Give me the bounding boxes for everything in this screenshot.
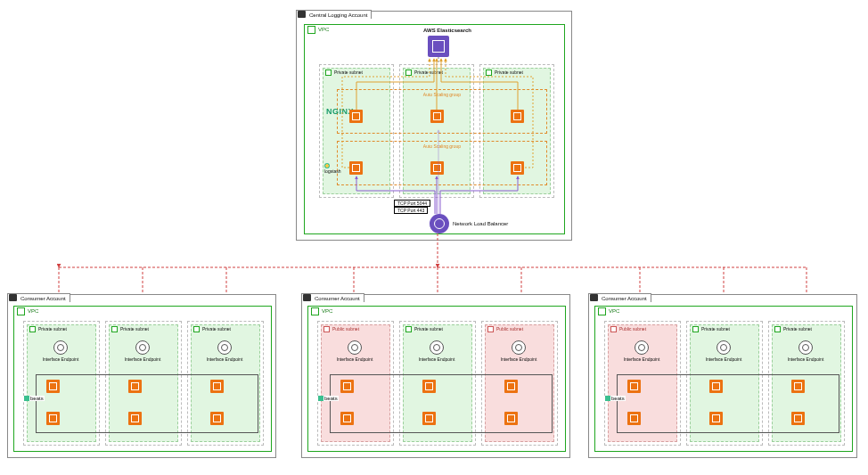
central-account: Central Logging Account VPC AWS Elastics… <box>296 11 572 241</box>
beats-label: beats <box>604 396 626 401</box>
vpc-label: VPC <box>609 308 619 314</box>
vpc-icon <box>17 307 25 315</box>
subnet-icon <box>323 326 330 332</box>
ec2-icon <box>349 161 363 175</box>
ec2-icon <box>791 412 805 425</box>
ec2-icon <box>46 412 60 425</box>
consumer-account-label: Consumer Account <box>20 296 66 301</box>
ec2-icon <box>422 380 436 393</box>
interface-endpoint-icon <box>53 340 68 355</box>
interface-endpoint-icon <box>512 340 526 355</box>
central-vpc-label: VPC <box>318 27 329 32</box>
interface-endpoint-icon <box>635 340 649 355</box>
subnet-icon <box>610 326 617 332</box>
endpoint-label: Interface Endpoint <box>337 356 373 362</box>
interface-endpoint-icon <box>798 340 813 355</box>
interface-endpoint-icon <box>717 340 731 355</box>
elasticsearch-icon <box>428 36 449 57</box>
subnet-label: Private subnet <box>783 326 812 332</box>
logstash-label: logstash <box>324 162 341 174</box>
subnet-icon <box>486 70 492 76</box>
subnet-label: Private subnet <box>701 326 730 332</box>
endpoint-label: Interface Endpoint <box>419 356 455 362</box>
consumer-account-tab: Consumer Account <box>7 293 70 302</box>
endpoint-label: Interface Endpoint <box>43 356 79 362</box>
consumer-account-label: Consumer Account <box>602 296 647 301</box>
subnet-label: Public subnet <box>619 326 646 332</box>
endpoint-label: Interface Endpoint <box>624 356 660 362</box>
account-icon <box>590 294 598 301</box>
interface-endpoint-icon <box>135 340 150 355</box>
endpoint-label: Interface Endpoint <box>207 356 243 362</box>
ec2-icon <box>709 380 723 393</box>
vpc-icon <box>307 26 315 34</box>
subnet-label: Private subnet <box>120 326 149 332</box>
consumer-account-3: Consumer Account VPC Public subnet Priva… <box>588 294 857 458</box>
subnet-icon <box>405 70 412 76</box>
central-account-tab: Central Logging Account <box>296 10 372 19</box>
consumer-account-2: Consumer Account VPC Public subnet Priva… <box>301 294 570 458</box>
ec2-icon <box>430 110 444 123</box>
ec2-icon <box>430 161 444 175</box>
beats-label: beats <box>23 396 45 401</box>
vpc-icon <box>598 307 606 315</box>
central-vpc-tab: VPC <box>307 27 329 32</box>
endpoint-label: Interface Endpoint <box>706 356 742 362</box>
consumer-3-vpc: VPC Public subnet Private subnet Private… <box>594 306 853 452</box>
beats-icon <box>24 396 29 401</box>
ec2-icon <box>791 380 805 393</box>
ec2-icon <box>422 412 436 425</box>
ec2-icon <box>504 380 518 393</box>
consumer-account-1: Consumer Account VPC Private subnet Priv… <box>7 294 276 458</box>
ec2-icon <box>210 380 224 393</box>
beats-icon <box>605 396 610 401</box>
ec2-icon <box>709 412 723 425</box>
endpoint-label: Interface Endpoint <box>125 356 161 362</box>
ec2-icon <box>511 161 524 175</box>
asg-logstash-label: Auto Scaling group <box>423 143 461 149</box>
ec2-icon <box>504 412 518 425</box>
elasticsearch-label: AWS Elasticsearch <box>423 28 471 33</box>
endpoint-label: Interface Endpoint <box>788 356 824 362</box>
subnet-label: Private subnet <box>202 326 231 332</box>
central-account-label: Central Logging Account <box>309 12 367 18</box>
beats-text: beats <box>30 396 44 401</box>
interface-endpoint-icon <box>217 340 232 355</box>
subnet-label: Private subnet <box>334 70 363 75</box>
subnet-icon <box>405 326 412 332</box>
beats-text: beats <box>324 396 338 401</box>
ec2-icon <box>340 380 354 393</box>
subnet-icon <box>29 326 36 332</box>
app-group <box>330 374 553 433</box>
ec2-icon <box>46 380 60 393</box>
consumer-1-vpc: VPC Private subnet Private subnet Privat… <box>13 306 272 452</box>
ec2-icon <box>511 110 524 123</box>
app-group <box>617 374 839 433</box>
account-icon <box>9 294 17 301</box>
endpoint-label: Interface Endpoint <box>501 356 537 362</box>
port-443: TCP Port 443 <box>394 207 428 214</box>
app-group <box>36 374 258 433</box>
subnet-icon <box>774 326 781 332</box>
beats-text: beats <box>611 396 625 401</box>
beats-label: beats <box>317 396 339 401</box>
subnet-icon <box>193 326 200 332</box>
ec2-icon <box>340 412 354 425</box>
asg-nginx-label: Auto Scaling group <box>423 92 461 97</box>
subnet-icon <box>487 326 494 332</box>
ec2-icon <box>128 380 142 393</box>
architecture-diagram: Central Logging Account VPC AWS Elastics… <box>0 0 868 475</box>
beats-icon <box>318 396 323 401</box>
consumer-2-vpc: VPC Public subnet Private subnet Public … <box>307 306 566 452</box>
consumer-account-label: Consumer Account <box>315 296 360 301</box>
logstash-text: logstash <box>324 168 341 174</box>
vpc-icon <box>311 307 319 315</box>
subnet-label: Public subnet <box>496 326 523 332</box>
subnet-label: Private subnet <box>38 326 67 332</box>
ec2-icon <box>210 412 224 425</box>
ec2-icon <box>627 380 641 393</box>
interface-endpoint-icon <box>430 340 444 355</box>
ec2-icon <box>128 412 142 425</box>
subnet-label: Private subnet <box>414 70 443 75</box>
ec2-icon <box>627 412 641 425</box>
